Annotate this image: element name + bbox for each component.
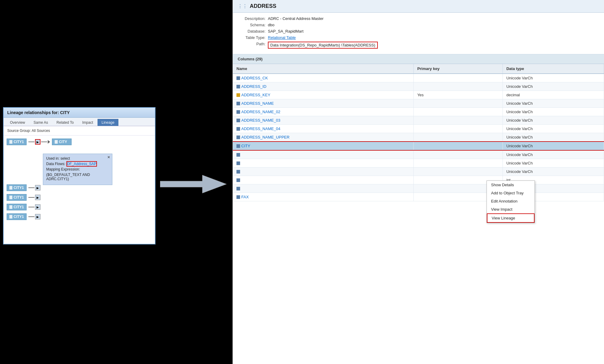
key-icon <box>236 93 240 97</box>
primary-key-cell <box>413 150 503 159</box>
data-type-cell: Unicode VarCh <box>503 99 604 108</box>
database-value: SAP_SA_RapidMart <box>268 29 304 34</box>
node-icon-4 <box>9 196 12 199</box>
address-title: ADDRESS <box>250 3 276 9</box>
node-icon-6 <box>9 215 12 219</box>
node-icon-2 <box>55 140 58 144</box>
arrow-line-3 <box>28 187 34 188</box>
lineage-dialog: Lineage relationships for: CITY Overview… <box>3 107 156 244</box>
arrow-box-2[interactable]: ▶ <box>35 185 40 190</box>
path-label: Path: <box>238 42 268 46</box>
primary-key-cell: Yes <box>413 91 503 99</box>
column-name: . <box>241 178 243 182</box>
dialog-tab-related-to[interactable]: Related To <box>53 119 78 126</box>
lineage-arrow-5: ▶ <box>28 214 40 219</box>
dialog-tabs: OverviewSame AsRelated ToImpactLineage <box>4 118 155 126</box>
arrow-box-4[interactable]: ▶ <box>35 204 40 210</box>
table-row[interactable]: CITYUnicode VarCh <box>233 142 604 150</box>
arrow-box-3[interactable]: ▶ <box>35 195 40 200</box>
table-type-value[interactable]: Relational Table <box>268 35 296 40</box>
data-type-cell: decimal <box>503 91 604 99</box>
column-name: CITY <box>241 144 250 148</box>
dialog-tab-lineage[interactable]: Lineage <box>98 119 118 126</box>
table-row[interactable]: ADDRESS_CKUnicode VarCh <box>233 74 604 82</box>
col-icon <box>236 76 240 80</box>
col-icon <box>236 127 240 131</box>
table-row[interactable]: .Unicode VarCh <box>233 159 604 168</box>
column-name: ADDRESS_NAME_02 <box>241 110 280 114</box>
primary-key-cell <box>413 116 503 125</box>
tooltip-data-flows-value: DF_Address_SAP <box>66 161 97 167</box>
table-row[interactable]: ADDRESS_NAME_UPPERUnicode VarCh <box>233 133 604 142</box>
table-row[interactable]: .int <box>233 176 604 184</box>
column-name: ADDRESS_NAME_04 <box>241 126 280 131</box>
arrow-line-6 <box>28 216 34 217</box>
lineage-arrow-1: ▶ <box>28 139 50 145</box>
schema-value: dbo <box>268 23 275 27</box>
primary-key-cell <box>413 142 503 150</box>
col-icon <box>236 195 240 199</box>
context-menu-item[interactable]: Show Details <box>487 181 535 189</box>
dialog-tab-overview[interactable]: Overview <box>6 119 29 126</box>
table-row[interactable]: .Unicode VarCh <box>233 150 604 159</box>
arrow-box-5[interactable]: ▶ <box>35 214 40 219</box>
table-row[interactable]: ADDRESS_IDUnicode VarCh <box>233 82 604 91</box>
table-type-row: Table Type: Relational Table <box>238 35 599 40</box>
table-row[interactable]: .Unicode VarCh <box>233 184 604 193</box>
address-header: ⋮⋮ ADDRESS <box>233 0 604 13</box>
column-name: ADDRESS_KEY <box>241 93 270 97</box>
lineage-arrow-3: ▶ <box>28 195 40 200</box>
table-type-label: Table Type: <box>238 35 268 40</box>
data-type-cell: Unicode VarCh <box>503 125 604 133</box>
schema-label: Schema: <box>238 23 268 27</box>
arrow-box-highlighted[interactable]: ▶ <box>35 139 40 145</box>
dialog-tab-same-as[interactable]: Same As <box>30 119 52 126</box>
dialog-title: Lineage relationships for: CITY <box>4 108 155 118</box>
dialog-tab-impact[interactable]: Impact <box>78 119 97 126</box>
table-row[interactable]: ADDRESS_NAME_03Unicode VarCh <box>233 116 604 125</box>
col-icon <box>236 110 240 114</box>
context-menu-item[interactable]: Add to Object Tray <box>487 189 535 197</box>
tooltip-close-button[interactable]: ✕ <box>107 155 110 159</box>
data-type-cell: Unicode VarCh <box>503 74 604 82</box>
arrow-line <box>28 142 34 142</box>
node-icon-3 <box>9 186 12 190</box>
city1-node-5: CITY1 <box>7 213 27 220</box>
data-type-cell: Unicode VarCh <box>503 142 604 150</box>
table-row[interactable]: ADDRESS_NAME_04Unicode VarCh <box>233 125 604 133</box>
table-row[interactable]: ADDRESS_NAME_02Unicode VarCh <box>233 108 604 116</box>
context-menu-item[interactable]: View Impact <box>487 205 535 213</box>
description-row: Description: ADRC - Central Address Mast… <box>238 16 599 21</box>
col-icon <box>236 119 240 122</box>
data-type-cell: Unicode VarCh <box>503 150 604 159</box>
column-name: ADDRESS_CK <box>241 76 268 80</box>
context-menu-item[interactable]: Edit Annotation <box>487 197 535 205</box>
table-row[interactable]: FAXUnicode VarCh <box>233 193 604 201</box>
database-label: Database: <box>238 29 268 34</box>
table-row[interactable]: ADDRESS_NAMEUnicode VarCh <box>233 99 604 108</box>
city1-node-3: CITY1 <box>7 194 27 201</box>
col-icon <box>236 178 240 182</box>
city-node: CITY <box>52 139 72 145</box>
lineage-row-3: CITY1 ▶ <box>7 194 152 201</box>
description-label: Description: <box>238 16 268 21</box>
data-type-cell: Unicode VarCh <box>503 108 604 116</box>
table-row[interactable]: ADDRESS_KEYYesdecimal <box>233 91 604 99</box>
primary-key-cell <box>413 74 503 82</box>
lineage-row-2: CITY1 ▶ <box>7 184 152 191</box>
big-arrow <box>160 172 226 197</box>
table-row[interactable]: .Unicode VarCh <box>233 168 604 176</box>
column-name: . <box>241 169 243 174</box>
primary-key-cell <box>413 82 503 91</box>
columns-header-row: Name Primary key Data type <box>233 64 604 74</box>
primary-key-cell <box>413 168 503 176</box>
col-icon <box>236 153 240 157</box>
node-icon-5 <box>9 205 12 209</box>
col-pk-header: Primary key <box>413 64 503 74</box>
context-menu-item[interactable]: View Lineage <box>487 213 535 223</box>
col-icon <box>236 161 240 165</box>
svg-marker-0 <box>160 175 226 193</box>
column-name: ADDRESS_ID <box>241 84 266 89</box>
primary-key-cell <box>413 108 503 116</box>
arrow-line-2 <box>41 142 47 142</box>
